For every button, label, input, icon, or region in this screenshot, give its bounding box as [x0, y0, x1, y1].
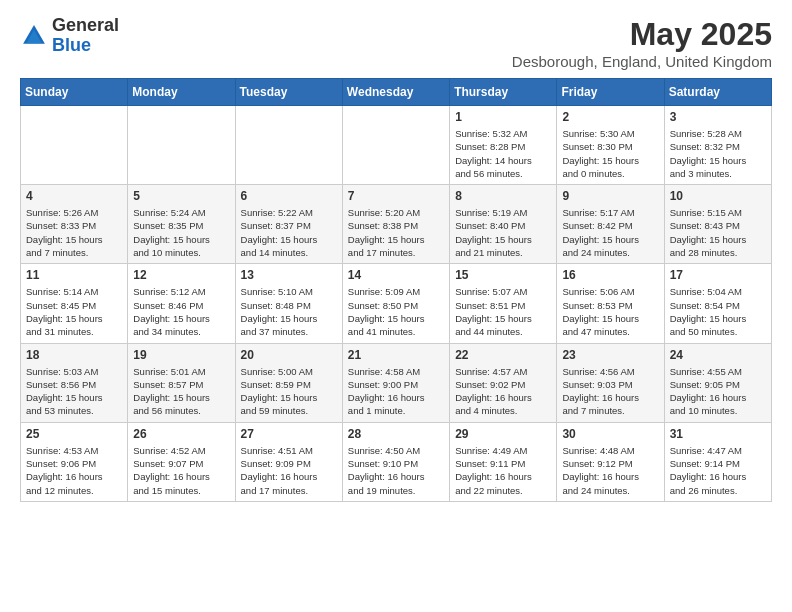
logo: General Blue: [20, 16, 119, 56]
cell-info-line: Daylight: 15 hours: [26, 392, 103, 403]
cell-info: Sunrise: 4:49 AMSunset: 9:11 PMDaylight:…: [455, 444, 551, 497]
cell-info-line: Sunrise: 5:17 AM: [562, 207, 634, 218]
cell-info-line: Sunrise: 5:14 AM: [26, 286, 98, 297]
cell-info-line: Sunset: 8:40 PM: [455, 220, 525, 231]
cell-info-line: Sunrise: 5:15 AM: [670, 207, 742, 218]
cell-info-line: and 56 minutes.: [133, 405, 201, 416]
cell-info-line: Daylight: 16 hours: [133, 471, 210, 482]
cell-info-line: and 14 minutes.: [241, 247, 309, 258]
day-number: 5: [133, 189, 229, 203]
calendar-cell: 2Sunrise: 5:30 AMSunset: 8:30 PMDaylight…: [557, 106, 664, 185]
title-block: May 2025 Desborough, England, United Kin…: [512, 16, 772, 70]
cell-info-line: Sunset: 9:03 PM: [562, 379, 632, 390]
cell-info-line: Sunset: 9:10 PM: [348, 458, 418, 469]
cell-info-line: and 44 minutes.: [455, 326, 523, 337]
cell-info-line: Sunset: 9:09 PM: [241, 458, 311, 469]
cell-info-line: Sunset: 9:06 PM: [26, 458, 96, 469]
cell-info-line: Sunrise: 5:07 AM: [455, 286, 527, 297]
cell-info-line: Sunset: 8:51 PM: [455, 300, 525, 311]
cell-info-line: Sunrise: 5:26 AM: [26, 207, 98, 218]
weekday-header-friday: Friday: [557, 79, 664, 106]
day-number: 24: [670, 348, 766, 362]
cell-info-line: Sunrise: 5:20 AM: [348, 207, 420, 218]
cell-info-line: and 50 minutes.: [670, 326, 738, 337]
day-number: 15: [455, 268, 551, 282]
cell-info-line: Daylight: 15 hours: [241, 234, 318, 245]
day-number: 22: [455, 348, 551, 362]
cell-info: Sunrise: 5:07 AMSunset: 8:51 PMDaylight:…: [455, 285, 551, 338]
calendar-cell: 24Sunrise: 4:55 AMSunset: 9:05 PMDayligh…: [664, 343, 771, 422]
cell-info-line: Daylight: 15 hours: [562, 155, 639, 166]
calendar-cell: 14Sunrise: 5:09 AMSunset: 8:50 PMDayligh…: [342, 264, 449, 343]
cell-info-line: and 22 minutes.: [455, 485, 523, 496]
day-number: 18: [26, 348, 122, 362]
weekday-header-monday: Monday: [128, 79, 235, 106]
cell-info-line: Daylight: 16 hours: [348, 392, 425, 403]
calendar-week-row: 1Sunrise: 5:32 AMSunset: 8:28 PMDaylight…: [21, 106, 772, 185]
weekday-header-tuesday: Tuesday: [235, 79, 342, 106]
cell-info-line: Daylight: 16 hours: [241, 471, 318, 482]
cell-info-line: Daylight: 16 hours: [670, 392, 747, 403]
cell-info-line: and 17 minutes.: [348, 247, 416, 258]
calendar-cell: 3Sunrise: 5:28 AMSunset: 8:32 PMDaylight…: [664, 106, 771, 185]
cell-info-line: Sunrise: 4:51 AM: [241, 445, 313, 456]
logo-text: General Blue: [52, 16, 119, 56]
calendar-cell: 17Sunrise: 5:04 AMSunset: 8:54 PMDayligh…: [664, 264, 771, 343]
cell-info-line: Daylight: 15 hours: [26, 313, 103, 324]
cell-info: Sunrise: 4:56 AMSunset: 9:03 PMDaylight:…: [562, 365, 658, 418]
cell-info-line: Sunset: 8:43 PM: [670, 220, 740, 231]
cell-info-line: Daylight: 16 hours: [670, 471, 747, 482]
cell-info-line: Daylight: 15 hours: [562, 234, 639, 245]
calendar-cell: [235, 106, 342, 185]
calendar-cell: 29Sunrise: 4:49 AMSunset: 9:11 PMDayligh…: [450, 422, 557, 501]
calendar-cell: 1Sunrise: 5:32 AMSunset: 8:28 PMDaylight…: [450, 106, 557, 185]
cell-info-line: Sunrise: 4:49 AM: [455, 445, 527, 456]
weekday-header-row: SundayMondayTuesdayWednesdayThursdayFrid…: [21, 79, 772, 106]
cell-info-line: Daylight: 15 hours: [241, 313, 318, 324]
cell-info: Sunrise: 5:20 AMSunset: 8:38 PMDaylight:…: [348, 206, 444, 259]
day-number: 6: [241, 189, 337, 203]
calendar-cell: 30Sunrise: 4:48 AMSunset: 9:12 PMDayligh…: [557, 422, 664, 501]
day-number: 16: [562, 268, 658, 282]
cell-info-line: Daylight: 16 hours: [562, 471, 639, 482]
cell-info-line: Daylight: 15 hours: [455, 234, 532, 245]
calendar-cell: 19Sunrise: 5:01 AMSunset: 8:57 PMDayligh…: [128, 343, 235, 422]
day-number: 3: [670, 110, 766, 124]
calendar-cell: 22Sunrise: 4:57 AMSunset: 9:02 PMDayligh…: [450, 343, 557, 422]
cell-info-line: Sunrise: 4:53 AM: [26, 445, 98, 456]
cell-info-line: Sunrise: 5:19 AM: [455, 207, 527, 218]
cell-info-line: Daylight: 15 hours: [133, 392, 210, 403]
cell-info-line: Sunrise: 5:03 AM: [26, 366, 98, 377]
cell-info-line: and 47 minutes.: [562, 326, 630, 337]
calendar-cell: 16Sunrise: 5:06 AMSunset: 8:53 PMDayligh…: [557, 264, 664, 343]
calendar-cell: 11Sunrise: 5:14 AMSunset: 8:45 PMDayligh…: [21, 264, 128, 343]
day-number: 13: [241, 268, 337, 282]
calendar-cell: 21Sunrise: 4:58 AMSunset: 9:00 PMDayligh…: [342, 343, 449, 422]
calendar-cell: 5Sunrise: 5:24 AMSunset: 8:35 PMDaylight…: [128, 185, 235, 264]
day-number: 1: [455, 110, 551, 124]
cell-info-line: Sunrise: 5:10 AM: [241, 286, 313, 297]
cell-info-line: Sunrise: 5:00 AM: [241, 366, 313, 377]
cell-info: Sunrise: 5:12 AMSunset: 8:46 PMDaylight:…: [133, 285, 229, 338]
day-number: 4: [26, 189, 122, 203]
cell-info-line: Daylight: 16 hours: [348, 471, 425, 482]
cell-info-line: Sunrise: 5:30 AM: [562, 128, 634, 139]
cell-info-line: Sunset: 8:37 PM: [241, 220, 311, 231]
day-number: 12: [133, 268, 229, 282]
cell-info-line: Daylight: 16 hours: [26, 471, 103, 482]
calendar-cell: 18Sunrise: 5:03 AMSunset: 8:56 PMDayligh…: [21, 343, 128, 422]
cell-info: Sunrise: 4:57 AMSunset: 9:02 PMDaylight:…: [455, 365, 551, 418]
day-number: 25: [26, 427, 122, 441]
cell-info-line: Sunset: 8:50 PM: [348, 300, 418, 311]
cell-info: Sunrise: 4:48 AMSunset: 9:12 PMDaylight:…: [562, 444, 658, 497]
cell-info-line: and 28 minutes.: [670, 247, 738, 258]
cell-info: Sunrise: 5:30 AMSunset: 8:30 PMDaylight:…: [562, 127, 658, 180]
cell-info: Sunrise: 4:58 AMSunset: 9:00 PMDaylight:…: [348, 365, 444, 418]
calendar-cell: 10Sunrise: 5:15 AMSunset: 8:43 PMDayligh…: [664, 185, 771, 264]
page-header: General Blue May 2025 Desborough, Englan…: [20, 16, 772, 70]
cell-info-line: Daylight: 15 hours: [133, 234, 210, 245]
cell-info-line: Daylight: 15 hours: [670, 234, 747, 245]
cell-info-line: and 41 minutes.: [348, 326, 416, 337]
cell-info-line: Daylight: 16 hours: [455, 471, 532, 482]
cell-info: Sunrise: 5:22 AMSunset: 8:37 PMDaylight:…: [241, 206, 337, 259]
